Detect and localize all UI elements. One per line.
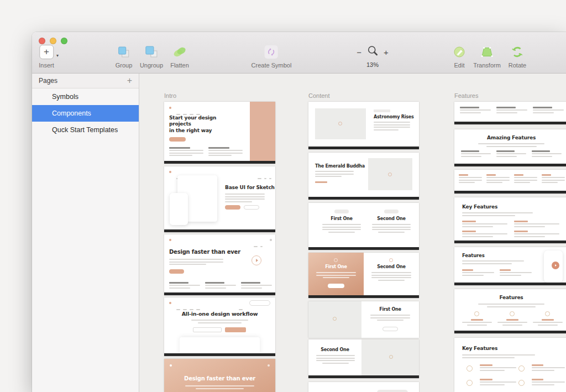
- mini-footer-bar: [164, 353, 275, 356]
- group-button[interactable]: Group: [116, 44, 133, 69]
- mini-text: [460, 107, 491, 114]
- fullscreen-button[interactable]: [61, 38, 67, 44]
- mini-text: [241, 282, 272, 290]
- sidebar-item-label: Quck Start Templates: [52, 126, 118, 134]
- mini-nav-button: [249, 300, 270, 306]
- mini-text: [462, 260, 524, 265]
- mini-heading: First One: [361, 307, 419, 312]
- artboard-title-intro[interactable]: Intro: [164, 92, 275, 102]
- artboard-features-5[interactable]: Features: [454, 247, 566, 285]
- mini-salmon-half: First One: [308, 253, 364, 295]
- mini-heading: Second One: [364, 264, 419, 270]
- add-page-button[interactable]: +: [127, 76, 132, 85]
- mini-text: [500, 269, 532, 277]
- mini-text: [316, 272, 356, 280]
- sidebar-item-symbols[interactable]: Symbols: [32, 88, 139, 105]
- mini-footer-bar: [164, 161, 275, 164]
- mini-heading: Second One: [369, 216, 413, 222]
- artboard-intro-5[interactable]: Design faster than ever: [164, 359, 275, 392]
- edit-button[interactable]: Edit: [453, 44, 465, 69]
- artboard-content-4[interactable]: First One Second One: [308, 253, 419, 298]
- mini-image-icon: [333, 317, 337, 321]
- sidebar-item-quick-start-templates[interactable]: Quck Start Templates: [32, 122, 139, 138]
- mini-text: [322, 224, 361, 234]
- mini-footer-bar: [454, 241, 566, 243]
- artboard-features-4[interactable]: Key Features: [454, 197, 566, 243]
- mini-nav-dot: [268, 364, 270, 367]
- insert-button[interactable]: + ▾ Insert: [39, 44, 54, 69]
- mini-text: [186, 320, 253, 325]
- artboard-features-1[interactable]: [454, 102, 566, 124]
- mini-text: [462, 231, 507, 238]
- pages-sidebar: Pages + Symbols Components Quck Start Te…: [32, 74, 139, 392]
- zoom-controls: − + 13%: [357, 44, 389, 68]
- create-symbol-icon: [265, 45, 278, 59]
- ungroup-label: Ungroup: [140, 62, 163, 69]
- artboard-title-content[interactable]: Content: [308, 92, 419, 102]
- mini-ghost: [384, 210, 399, 213]
- mini-text: [480, 364, 516, 372]
- mini-text: [475, 143, 547, 148]
- mini-text: [205, 282, 236, 290]
- mini-button: [169, 269, 184, 274]
- artboard-features-3[interactable]: [454, 170, 566, 194]
- mini-heading: All-in-one design workflow: [164, 311, 275, 317]
- mini-logo: [169, 171, 171, 173]
- mini-text: [372, 224, 411, 234]
- group-icon: [118, 44, 130, 60]
- artboard-intro-4[interactable]: All-in-one design workflow: [164, 297, 275, 356]
- mini-button: [225, 205, 240, 210]
- zoom-out-button[interactable]: −: [357, 48, 361, 57]
- mini-text: [462, 354, 535, 359]
- sidebar-item-components[interactable]: Components: [32, 105, 139, 122]
- mini-image-icon: [338, 122, 342, 126]
- mini-ghost: [374, 109, 390, 114]
- mini-footer-bar: [308, 197, 419, 200]
- mini-feature-icon: [467, 365, 473, 372]
- zoom-in-button[interactable]: +: [384, 48, 389, 57]
- artboard-intro-1[interactable]: Start your design projects in the right …: [164, 102, 275, 164]
- mini-text: [374, 122, 410, 132]
- artboard-features-6[interactable]: Features: [454, 289, 566, 333]
- artboard-content-6[interactable]: Second One: [308, 339, 419, 378]
- minimize-button[interactable]: [50, 38, 56, 44]
- mini-text: [208, 147, 243, 158]
- mini-feature-icon: [474, 311, 479, 316]
- mini-feature-icon: [467, 380, 473, 386]
- close-button[interactable]: [39, 38, 45, 44]
- artboard-intro-2[interactable]: Base UI for Sketch: [164, 166, 275, 232]
- create-symbol-button[interactable]: Create Symbol: [251, 44, 292, 69]
- mini-heading: Key Features: [462, 204, 497, 210]
- mini-icon: [389, 258, 393, 262]
- mini-text: [169, 282, 200, 290]
- mini-footer-bar: [454, 191, 566, 194]
- artboard-features-2[interactable]: Amazing Features: [454, 129, 566, 166]
- transform-button[interactable]: Transform: [473, 44, 501, 69]
- mini-button: [328, 284, 344, 288]
- mini-feature-icon: [518, 380, 525, 386]
- mini-footer-bar: [454, 283, 566, 285]
- artboard-content-1[interactable]: Astronomy Rises: [308, 102, 419, 149]
- mini-text: [497, 319, 527, 327]
- artboard-content-7[interactable]: [308, 382, 419, 392]
- rotate-icon: [511, 44, 523, 60]
- rotate-button[interactable]: Rotate: [509, 44, 526, 69]
- artboard-title-features[interactable]: Features: [454, 92, 566, 102]
- mini-side-panel: [250, 102, 275, 161]
- mini-icon: [334, 258, 338, 262]
- flatten-label: Flatten: [170, 62, 189, 69]
- artboard-intro-3[interactable]: Design faster than ever: [164, 234, 275, 295]
- pages-header: Pages +: [32, 74, 139, 88]
- mini-heading: Second One: [308, 347, 361, 353]
- mini-link: [315, 181, 327, 184]
- flatten-button[interactable]: Flatten: [170, 44, 189, 69]
- mini-text: [514, 221, 559, 228]
- artboard-content-3[interactable]: First One Second One: [308, 203, 419, 250]
- ungroup-icon: [145, 44, 158, 60]
- artboard-content-5[interactable]: First One: [308, 301, 419, 338]
- artboard-content-2[interactable]: The Emerald Buddha: [308, 153, 419, 200]
- canvas[interactable]: Intro Start your design projects in the …: [139, 74, 566, 392]
- ungroup-button[interactable]: Ungroup: [140, 44, 163, 69]
- artboard-features-7[interactable]: Key Features: [454, 338, 566, 392]
- mini-heading: Astronomy Rises: [374, 114, 414, 120]
